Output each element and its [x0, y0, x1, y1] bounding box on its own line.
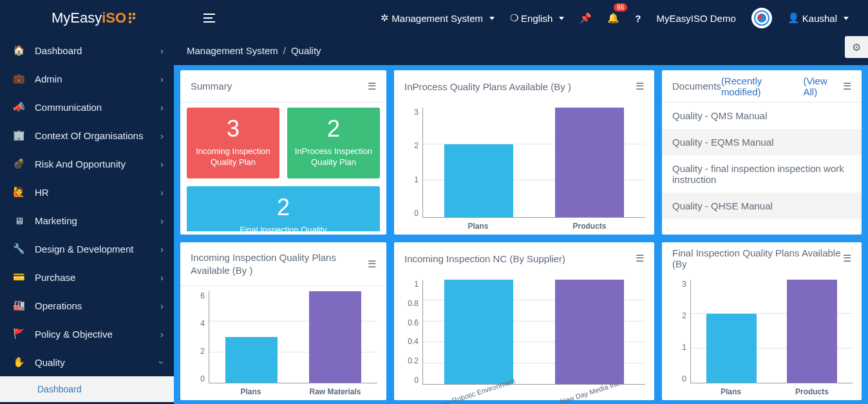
breadcrumb-separator: / [283, 45, 286, 56]
documents-list: Quality - QMS ManualQuality - EQMS Manua… [662, 102, 862, 219]
demo-label: MyEasyISO Demo [656, 13, 735, 24]
user-menu[interactable]: 👤 Kaushal [788, 12, 849, 24]
avatar[interactable] [751, 8, 772, 28]
sidebar-item-label: Context Of Organisations [35, 130, 143, 141]
sidebar-toggle-button[interactable] [203, 14, 215, 23]
panel-nc-header: Incoming Inspection NC (By Supplier) ☰ [394, 242, 654, 274]
bell-icon: 🔔 [607, 12, 619, 24]
monitor-icon: 🖥 [10, 215, 27, 226]
document-list-item[interactable]: Quality - QMS Manual [662, 102, 862, 129]
brand-logo[interactable]: MyEasyiSO [52, 10, 139, 26]
sidebar-item-label: Policy & Objective [35, 329, 113, 340]
sidebar-item-marketing[interactable]: 🖥Marketing› [0, 206, 174, 235]
bomb-icon: 💣 [10, 158, 27, 169]
chevron-right-icon: › [160, 73, 164, 84]
sidebar-item-admin[interactable]: 💼Admin› [0, 64, 174, 93]
page-settings-button[interactable]: ⚙ [845, 36, 868, 58]
chart-y-axis: 10.80.60.40.20 [403, 280, 422, 385]
management-label: Management System [392, 13, 483, 24]
pin-button[interactable]: 📌 [580, 12, 592, 24]
chevron-right-icon: › [160, 329, 164, 340]
svg-rect-2 [203, 21, 215, 23]
home-icon: 🏠 [10, 44, 27, 56]
document-list-item[interactable]: Quality - QHSE Manual [662, 193, 862, 219]
sidebar-item-risk-and-opportunity[interactable]: 💣Risk And Opportunity› [0, 149, 174, 178]
chart-bar[interactable] [444, 280, 513, 384]
svg-rect-1 [203, 17, 212, 19]
breadcrumb-root[interactable]: Management System [187, 45, 278, 56]
language-menu[interactable]: ❍ English [510, 12, 564, 24]
chart-plot [209, 291, 377, 383]
chart-x-axis: PlansProducts [690, 387, 853, 396]
panel-menu-button[interactable]: ☰ [636, 253, 644, 264]
chart-y-axis: 6420 [189, 291, 209, 383]
chevron-right-icon: › [160, 159, 164, 169]
person-icon: 🙋 [10, 186, 27, 198]
chart-bar[interactable] [706, 314, 757, 383]
sidebar-item-hr[interactable]: 🙋HR› [0, 178, 174, 206]
final-title: Final Inspection Quality Plans Available… [672, 247, 843, 269]
panel-summary-header: Summary ☰ [180, 70, 386, 102]
chevron-right-icon: › [160, 244, 164, 255]
main-content: Summary ☰ 3Incoming Inspection Quality P… [174, 65, 868, 404]
panel-menu-button[interactable]: ☰ [843, 81, 851, 92]
panel-documents-header: Documents (Recently modified) (View All)… [662, 70, 862, 102]
sidebar-item-label: Design & Development [35, 244, 133, 255]
user-label: Kaushal [802, 13, 837, 24]
document-list-item[interactable]: Quality - EQMS Manual [662, 129, 862, 155]
sidebar-item-dashboard[interactable]: 🏠Dashboard› [0, 36, 174, 64]
summary-tile[interactable]: 3Incoming Inspection Quality Plan [187, 108, 279, 178]
card-icon: 💳 [10, 271, 27, 283]
panel-menu-button[interactable]: ☰ [843, 253, 851, 264]
chart-bar[interactable] [444, 144, 513, 217]
chart-bar[interactable] [309, 291, 361, 383]
sidebar-item-label: Risk And Opportunity [35, 159, 126, 169]
sidebar-subitem-dashboard[interactable]: Dashboard [0, 376, 174, 402]
sidebar-item-operations[interactable]: 🏭Operations› [0, 291, 174, 320]
sidebar-item-context-of-organisations[interactable]: 🏢Context Of Organisations› [0, 121, 174, 149]
help-button[interactable]: ? [635, 13, 641, 24]
chart-bar[interactable] [787, 280, 837, 383]
sidebar-item-design-development[interactable]: 🔧Design & Development› [0, 235, 174, 263]
documents-viewall-link[interactable]: (View All) [804, 75, 843, 97]
nc-title: Incoming Inspection NC (By Supplier) [404, 253, 565, 264]
chevron-right-icon: › [160, 272, 164, 283]
panel-menu-button[interactable]: ☰ [368, 258, 376, 271]
chevron-right-icon: › [156, 361, 167, 364]
demo-label-wrap[interactable]: MyEasyISO Demo [656, 13, 735, 24]
chevron-right-icon: › [160, 102, 164, 113]
globe-icon: ❍ [510, 12, 518, 24]
inprocess-chart: 3210PlansProducts [394, 102, 654, 235]
chart-x-axis: PlansRaw Materials [209, 387, 377, 396]
sidebar-item-policy-objective[interactable]: 🚩Policy & Objective› [0, 320, 174, 348]
flag-icon: 🚩 [10, 328, 27, 340]
documents-title-b[interactable]: (Recently modified) [721, 75, 804, 97]
chevron-right-icon: › [160, 45, 164, 56]
chart-bar[interactable] [555, 280, 624, 384]
sidebar-item-label: Quality [35, 357, 65, 368]
tile-number: 2 [277, 194, 290, 221]
gear-icon: ⚙ [852, 41, 861, 53]
top-navigation: ✲ Management System ❍ English 📌 🔔 86 ? M… [381, 8, 862, 28]
sidebar-item-communication[interactable]: 📣Communication› [0, 93, 174, 121]
sidebar-item-purchase[interactable]: 💳Purchase› [0, 263, 174, 291]
brand-text-a: MyEasy [52, 10, 102, 26]
chart-bar[interactable] [555, 108, 624, 217]
chart-plot [690, 280, 853, 383]
panel-menu-button[interactable]: ☰ [636, 81, 644, 92]
summary-tile[interactable]: 2InProcess Inspection Quality Plan [287, 108, 380, 178]
brand-text-b: iSO [102, 10, 126, 26]
document-list-item[interactable]: Quality - final inspection inspection wo… [662, 155, 862, 193]
nc-chart: 10.80.60.40.20ble Robotic EnvironmentNew… [394, 274, 654, 400]
chart-y-axis: 3210 [671, 280, 690, 383]
panel-menu-button[interactable]: ☰ [368, 81, 376, 92]
chart-x-axis: ble Robotic EnvironmentNew Day Media Inc [422, 389, 645, 396]
notifications-button[interactable]: 🔔 86 [607, 12, 619, 24]
chart-plot [422, 108, 645, 218]
sidebar-item-quality[interactable]: ✋Quality› [0, 348, 174, 376]
puzzle-icon: 🔧 [10, 243, 27, 255]
summary-tile[interactable]: 2Final Inspection Quality [187, 186, 380, 231]
panel-documents: Documents (Recently modified) (View All)… [662, 70, 862, 235]
management-system-menu[interactable]: ✲ Management System [381, 12, 495, 24]
chart-bar[interactable] [225, 337, 278, 383]
